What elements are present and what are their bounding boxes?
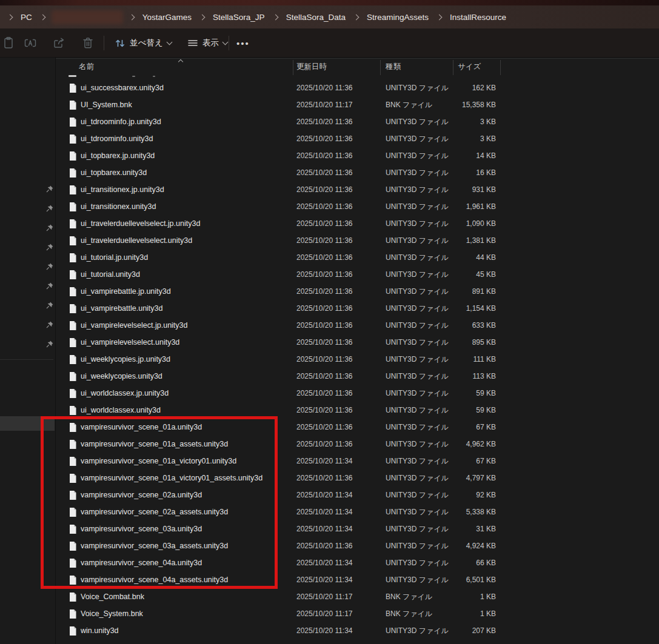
file-row[interactable]: Voice_System.bnk 2025/10/20 11:17 BNK ファ… [67,605,501,622]
breadcrumb-item-streamingassets[interactable]: StreamingAssets [363,11,433,24]
file-type: UNITY3D ファイル [386,168,453,178]
more-options-button[interactable]: ••• [233,33,253,53]
file-row[interactable]: ui_tutorial.jp.unity3d 2025/10/20 11:36 … [67,249,501,266]
column-resize-handle[interactable] [380,60,381,75]
chevron-right-icon [437,15,441,19]
pin-icon [46,282,53,290]
trash-icon [81,36,95,50]
rename-button[interactable] [19,33,41,53]
file-row[interactable]: ui_tdroominfo.jp.unity3d 2025/10/20 11:3… [67,113,501,130]
file-row[interactable]: ui_vampirebattle.unity3d 2025/10/20 11:3… [67,300,501,317]
file-row[interactable]: ui_worldclassex.jp.unity3d 2025/10/20 11… [67,385,501,402]
view-button-label: 表示 [202,38,219,48]
file-row[interactable]: ui_travelerduellevelselect.unity3d 2025/… [67,232,501,249]
file-icon [67,389,81,398]
document-icon [69,84,76,93]
share-button[interactable] [48,33,70,53]
file-row[interactable]: win.unity3d 2025/10/20 11:34 UNITY3D ファイ… [67,622,501,639]
file-type: UNITY3D ファイル [386,388,453,399]
file-type: UNITY3D ファイル [386,473,453,483]
file-icon [67,151,81,161]
file-icon [67,134,81,144]
share-icon [52,36,66,50]
file-row[interactable]: ui_tdroominfo.unity3d 2025/10/20 11:36 U… [67,130,501,147]
file-size: 1,154 KB [453,304,496,313]
file-row[interactable]: ui_transitionex.unity3d 2025/10/20 11:36… [67,198,501,215]
file-name: vampiresurvivor_scene_04a.unity3d [81,559,296,567]
file-name: ui_worldclassex.jp.unity3d [81,389,296,397]
file-row[interactable]: ui_weeklycopies.unity3d 2025/10/20 11:36… [67,368,501,385]
file-row[interactable]: vampiresurvivor_scene_04a_assets.unity3d… [67,571,501,588]
file-row[interactable]: Voice_Combat.bnk 2025/10/20 11:17 BNK ファ… [67,588,501,605]
breadcrumb-item-installresource[interactable]: InstallResource [446,11,510,24]
file-row[interactable]: ui_worldclassex.unity3d 2025/10/20 11:36… [67,402,501,419]
file-size: 45 KB [453,270,496,279]
file-row[interactable]: ui_travelerduellevelselect.jp.unity3d 20… [67,215,501,232]
file-row[interactable]: UI_System.bnk 2025/10/20 11:17 BNK ファイル … [67,96,501,113]
document-icon [69,474,76,483]
file-row[interactable]: ui_tutorial.unity3d 2025/10/20 11:36 UNI… [67,266,501,283]
breadcrumb-item-stellasora-data[interactable]: StellaSora_Data [282,11,350,24]
file-date-modified: 2025/10/20 11:36 [296,151,386,160]
column-header-name[interactable]: 名前 [79,62,94,72]
file-row[interactable]: ui_weeklycopies.jp.unity3d 2025/10/20 11… [67,351,501,368]
file-icon [67,626,81,636]
file-row[interactable]: vampiresurvivor_scene_01a_assets.unity3d… [67,436,501,453]
file-icon [67,253,81,262]
column-header-type[interactable]: 種類 [386,62,401,72]
file-size: 895 KB [453,338,496,347]
breadcrumb-item-stellasora-jp[interactable]: StellaSora_JP [209,11,269,24]
file-icon [67,609,81,619]
file-type: UNITY3D ファイル [386,304,453,314]
file-row[interactable]: vampiresurvivor_scene_03a_assets.unity3d… [67,537,501,554]
file-row[interactable]: ui_topbarex.unity3d 2025/10/20 11:36 UNI… [67,164,501,181]
file-row[interactable]: vampiresurvivor_scene_04a.unity3d 2025/1… [67,554,501,571]
file-row[interactable]: ui_transitionex.jp.unity3d 2025/10/20 11… [67,181,501,198]
file-name: ui_tdroominfo.jp.unity3d [81,118,296,126]
column-header-size[interactable]: サイズ [458,62,481,72]
file-row[interactable]: vampiresurvivor_scene_02a_assets.unity3d… [67,503,501,520]
file-row[interactable]: ui_vampirebattle.jp.unity3d 2025/10/20 1… [67,283,501,300]
file-row[interactable]: vampiresurvivor_scene_03a.unity3d 2025/1… [67,520,501,537]
column-resize-handle[interactable] [293,60,293,75]
file-size: 4,797 KB [453,474,496,482]
sidebar-selected-item[interactable] [0,416,55,431]
file-type: BNK ファイル [386,592,453,602]
sort-button[interactable]: 並べ替え [110,33,176,53]
file-icon [67,508,81,517]
file-name: ui_tutorial.jp.unity3d [81,253,296,262]
file-date-modified: 2025/10/20 11:34 [296,576,386,584]
file-type: UNITY3D ファイル [386,270,453,280]
file-row[interactable]: vampiresurvivor_scene_01a_victory01_asse… [67,470,501,486]
column-resize-handle[interactable] [500,60,501,75]
file-row[interactable]: ui_vampirelevelselect.unity3d 2025/10/20… [67,334,501,351]
document-icon [69,304,76,313]
file-type: UNITY3D ファイル [386,337,453,348]
file-date-modified: 2025/10/20 11:36 [296,118,386,126]
file-row[interactable]: ui_topbarex.jp.unity3d 2025/10/20 11:36 … [67,147,501,164]
column-header-date-modified[interactable]: 更新日時 [296,62,327,72]
file-date-modified: 2025/10/20 11:34 [296,626,386,635]
breadcrumb-item-yostargames[interactable]: YostarGames [138,11,196,24]
breadcrumb-overflow-chevron[interactable] [8,15,12,19]
file-icon [67,593,81,602]
file-name: ui_topbarex.unity3d [81,168,296,177]
view-button[interactable]: 表示 [181,33,234,53]
file-size: 3 KB [453,134,496,143]
paste-button[interactable] [0,33,19,53]
file-list: ui_successbarex.unity3d 2025/10/20 11:36… [67,79,501,639]
delete-button[interactable] [77,33,99,53]
file-size: 891 KB [453,287,496,296]
file-row[interactable]: ui_successbarex.unity3d 2025/10/20 11:36… [67,79,501,96]
file-date-modified: 2025/10/20 11:36 [296,168,386,177]
file-name: ui_vampirelevelselect.unity3d [81,338,296,347]
breadcrumb-item-pc[interactable]: PC [16,11,36,24]
file-row[interactable]: ui_vampirelevelselect.jp.unity3d 2025/10… [67,317,501,334]
breadcrumb-redacted-segment[interactable] [52,10,123,24]
file-row[interactable]: vampiresurvivor_scene_01a.unity3d 2025/1… [67,419,501,436]
file-row[interactable]: vampiresurvivor_scene_01a_victory01.unit… [67,453,501,470]
file-name: ui_transitionex.unity3d [81,202,296,211]
file-row[interactable]: vampiresurvivor_scene_02a.unity3d 2025/1… [67,486,501,503]
column-resize-handle[interactable] [453,60,453,75]
rename-icon [23,36,38,50]
